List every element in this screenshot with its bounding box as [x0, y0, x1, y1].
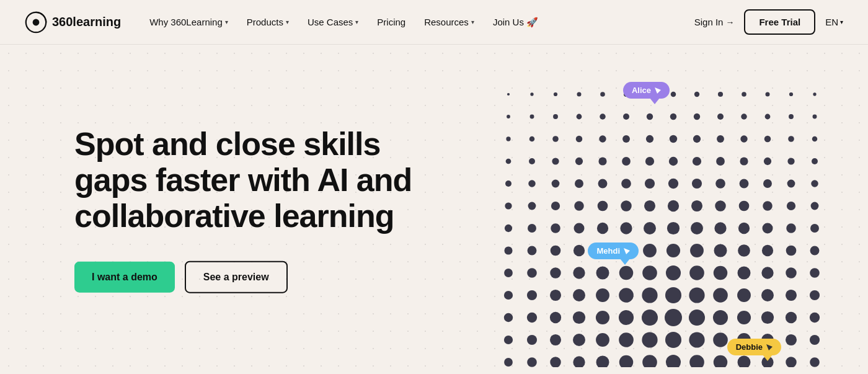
svg-point-27: [765, 114, 771, 120]
svg-point-125: [761, 267, 773, 278]
svg-point-97: [763, 223, 773, 234]
cursor-alice-icon: [655, 87, 661, 94]
svg-point-169: [810, 335, 820, 345]
svg-point-124: [738, 267, 751, 280]
svg-point-161: [619, 332, 634, 347]
svg-point-56: [787, 158, 794, 164]
svg-marker-184: [655, 87, 661, 94]
svg-point-28: [789, 114, 794, 119]
svg-point-100: [504, 246, 512, 254]
nav-label-resources: Resources: [424, 17, 469, 27]
svg-point-126: [786, 267, 797, 278]
svg-point-19: [577, 114, 582, 120]
demo-button[interactable]: I want a demo: [74, 262, 175, 293]
svg-point-37: [670, 135, 677, 143]
svg-point-180: [738, 356, 751, 367]
svg-point-160: [596, 333, 609, 347]
navbar: 360learning Why 360Learning ▾ Products ▾…: [0, 0, 868, 45]
nav-item-pricing[interactable]: Pricing: [368, 12, 414, 32]
svg-point-85: [811, 202, 819, 210]
svg-point-151: [713, 310, 728, 325]
nav-item-resources[interactable]: Resources ▾: [415, 12, 483, 32]
svg-point-177: [666, 355, 681, 367]
svg-point-72: [505, 202, 512, 209]
nav-right: Sign In → Free Trial EN ▾: [694, 9, 843, 35]
hero-buttons: I want a demo See a preview: [74, 261, 459, 293]
svg-point-127: [810, 268, 820, 278]
svg-point-130: [550, 290, 561, 301]
svg-point-117: [573, 267, 585, 278]
svg-point-35: [622, 135, 630, 143]
svg-point-78: [644, 200, 655, 211]
svg-point-178: [689, 355, 704, 367]
nav-item-products[interactable]: Products ▾: [238, 12, 298, 32]
nav-item-why[interactable]: Why 360Learning ▾: [141, 12, 237, 32]
svg-point-46: [552, 158, 559, 164]
nav-label-usecases: Use Cases: [308, 17, 353, 27]
sign-in-link[interactable]: Sign In →: [694, 17, 735, 27]
svg-point-89: [574, 223, 585, 234]
svg-point-10: [694, 92, 699, 97]
svg-point-95: [714, 222, 726, 234]
free-trial-button[interactable]: Free Trial: [744, 9, 815, 35]
svg-point-31: [529, 136, 535, 142]
svg-point-15: [813, 92, 816, 96]
svg-point-50: [645, 157, 654, 166]
preview-button[interactable]: See a preview: [185, 261, 288, 293]
svg-point-113: [810, 246, 820, 256]
svg-point-88: [551, 223, 560, 233]
nav-label-why: Why 360Learning: [149, 17, 223, 27]
svg-point-152: [737, 311, 751, 324]
language-selector[interactable]: EN ▾: [825, 17, 843, 27]
svg-point-108: [690, 244, 704, 257]
cursor-mehdi-icon: [624, 248, 630, 254]
svg-point-20: [600, 114, 606, 120]
cursor-debbie-icon: [766, 344, 773, 350]
svg-point-146: [596, 311, 609, 324]
svg-point-157: [527, 335, 537, 345]
svg-point-148: [642, 309, 658, 326]
svg-point-12: [742, 92, 746, 97]
svg-point-22: [647, 114, 653, 120]
svg-point-17: [530, 115, 534, 119]
svg-point-49: [622, 157, 631, 166]
nav-item-joinus[interactable]: Join Us 🚀: [484, 12, 547, 33]
svg-point-82: [739, 201, 750, 211]
svg-point-63: [621, 179, 631, 189]
svg-point-16: [507, 115, 510, 118]
svg-point-91: [620, 222, 632, 234]
svg-point-57: [812, 158, 818, 164]
svg-point-29: [813, 115, 817, 119]
svg-point-79: [668, 200, 679, 211]
svg-point-118: [596, 267, 609, 280]
logo-icon: [25, 11, 47, 33]
mehdi-label: Mehdi: [588, 243, 639, 259]
svg-point-13: [765, 92, 769, 96]
svg-point-114: [504, 269, 513, 277]
svg-point-75: [574, 201, 584, 211]
svg-point-59: [528, 180, 535, 187]
nav-item-usecases[interactable]: Use Cases ▾: [299, 12, 367, 32]
svg-point-162: [642, 332, 657, 347]
svg-point-147: [619, 310, 634, 325]
svg-point-99: [810, 224, 819, 233]
svg-point-164: [689, 332, 704, 347]
svg-point-119: [619, 266, 633, 280]
svg-point-101: [528, 246, 537, 256]
svg-point-106: [643, 244, 657, 257]
svg-point-51: [669, 157, 678, 166]
logo[interactable]: 360learning: [25, 11, 121, 33]
svg-point-174: [596, 356, 609, 367]
svg-point-40: [740, 135, 747, 142]
nav-label-products: Products: [247, 17, 283, 27]
svg-point-1: [33, 19, 40, 25]
svg-point-69: [763, 179, 772, 188]
svg-point-76: [598, 201, 608, 211]
hero-title: Spot and close skills gaps faster with A…: [74, 125, 459, 234]
svg-point-67: [715, 179, 725, 189]
svg-point-138: [737, 288, 751, 302]
svg-point-64: [645, 179, 655, 189]
svg-point-83: [763, 201, 773, 211]
svg-point-32: [552, 136, 559, 142]
svg-point-81: [715, 200, 726, 211]
